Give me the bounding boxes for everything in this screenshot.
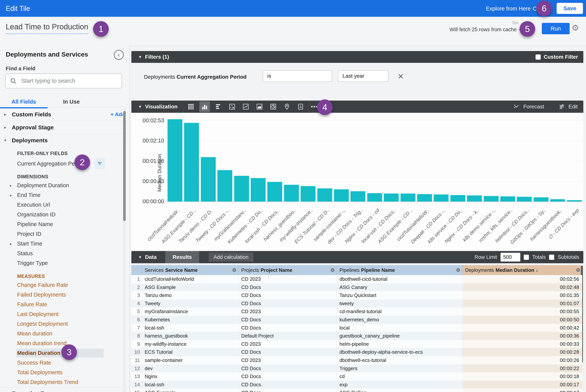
table-row[interactable]: 3Tanzu demoCD DocsTanzu Quickstart00:01:…: [131, 291, 582, 300]
chart-bar[interactable]: [550, 199, 565, 202]
filter-value-input[interactable]: Last year: [338, 70, 388, 82]
viz-type-scatter-icon[interactable]: [227, 101, 237, 112]
sidebar-group-approval-stage[interactable]: ▸Approval Stage: [0, 121, 129, 134]
chart-bar[interactable]: [201, 157, 216, 202]
results-tab[interactable]: Results: [165, 251, 199, 263]
remove-filter-icon[interactable]: ✕: [398, 72, 404, 81]
column-header-service-name[interactable]: ServicesService Name⚙: [142, 265, 238, 275]
tab-in-use[interactable]: In Use: [47, 96, 95, 107]
chart-bar[interactable]: [567, 200, 582, 202]
data-collapse-caret-icon[interactable]: ▼: [138, 255, 142, 260]
table-row[interactable]: 13NginxCD Docscd00:00:18: [131, 372, 582, 380]
chart-bar[interactable]: [417, 194, 432, 202]
group-caret-icon[interactable]: ▾: [4, 138, 8, 143]
filter-by-field-button[interactable]: [94, 158, 105, 169]
chart-bar[interactable]: [184, 123, 199, 202]
dimension-item-project-id[interactable]: Project ID: [0, 229, 129, 239]
dimension-item-start-time[interactable]: ▸Start Time: [0, 239, 129, 248]
viz-type-line-icon[interactable]: [240, 101, 251, 112]
table-row[interactable]: 6KubernetesCD Docskubernetes_demo00:00:5…: [131, 316, 582, 324]
sidebar-next-group-clipped[interactable]: Execution Tags: [0, 388, 129, 392]
table-row[interactable]: 14local-sshCD Docsexp00:00:17: [131, 380, 582, 389]
table-row[interactable]: 12devCD DocsTriggers00:00:22: [131, 364, 582, 372]
chart-bar[interactable]: [217, 170, 232, 202]
expand-caret-icon[interactable]: ▸: [10, 242, 12, 246]
chart-bar[interactable]: [434, 194, 449, 202]
sidebar-scrollbar[interactable]: [123, 108, 126, 392]
filters-collapse-caret-icon[interactable]: ▼: [138, 55, 142, 59]
dimension-item-end-time[interactable]: ▸End Time: [0, 190, 129, 200]
column-gear-icon[interactable]: ⚙: [232, 267, 236, 273]
measure-item-total-deployments-trend[interactable]: Total Deployments Trend: [0, 377, 129, 387]
measure-item-total-deployments[interactable]: Total Deployments: [0, 368, 129, 377]
expand-caret-icon[interactable]: ▸: [10, 183, 12, 188]
chart-bar[interactable]: [351, 191, 365, 202]
settings-gear-icon[interactable]: ⚙: [572, 23, 579, 32]
tile-title-input[interactable]: Lead Time to Production: [6, 22, 88, 34]
table-row[interactable]: 5myGrafanaInstanceCD 2023cd-manifest-tut…: [131, 308, 582, 316]
table-row[interactable]: 7local-sshCD Docslocal00:00:42: [131, 324, 582, 332]
chart-bar[interactable]: [267, 182, 282, 202]
table-row[interactable]: 2ASG ExampleCD DocsASG Canary00:02:48: [131, 283, 582, 292]
chart-bar[interactable]: [234, 176, 249, 202]
chart-bar[interactable]: [167, 119, 182, 202]
measure-item-longest-deployment[interactable]: Longest Deployment: [0, 319, 129, 329]
filter-operator-select[interactable]: is: [263, 70, 332, 82]
group-caret-icon[interactable]: ▸: [4, 125, 8, 130]
data-section-bar[interactable]: ▼ Data Results Add calculation Row Limit…: [131, 251, 583, 263]
table-row[interactable]: 9my-wildfly-instanceCD 2023helm-pipeline…: [131, 340, 582, 348]
chart-bar[interactable]: [384, 194, 399, 202]
edit-viz-button[interactable]: Edit: [569, 104, 578, 110]
explore-from-here-link[interactable]: Explore from Here: [486, 6, 531, 12]
column-gear-icon[interactable]: ⚙: [330, 267, 335, 273]
collapse-sidebar-icon[interactable]: ‹: [114, 50, 124, 60]
viz-type-pie-icon[interactable]: [268, 101, 279, 112]
sidebar-group-deployments[interactable]: ▾Deployments2: [0, 134, 129, 147]
field-search-box[interactable]: [5, 74, 122, 88]
chart-bar[interactable]: [284, 185, 299, 202]
viz-type-single-value-icon[interactable]: 6: [295, 101, 306, 112]
totals-checkbox[interactable]: [524, 255, 529, 260]
group-caret-icon[interactable]: ▸: [4, 112, 8, 117]
chart-bar[interactable]: [367, 193, 382, 202]
column-gear-icon[interactable]: ⚙: [576, 267, 580, 273]
field-search-input[interactable]: [21, 75, 117, 86]
sidebar-group-custom-fields[interactable]: ▸Custom Fields+ Add: [0, 108, 129, 121]
chart-bar[interactable]: [334, 189, 349, 202]
chart-bar[interactable]: [484, 196, 499, 202]
chart-bar[interactable]: [451, 195, 465, 202]
measure-item-mean-duration[interactable]: Mean duration: [0, 329, 129, 338]
tab-all-fields[interactable]: All Fields: [0, 96, 47, 108]
table-row[interactable]: 15ASG ExampleCD DocsASG Rolling00:00:17: [131, 388, 582, 392]
measure-item-last-deployment[interactable]: Last Deployment: [0, 309, 129, 319]
add-calculation-button[interactable]: Add calculation: [209, 252, 253, 262]
bar-chart[interactable]: Median Duration 00:00:0000:00:4300:01:26…: [131, 113, 583, 250]
column-header-project-name[interactable]: ProjectsProject Name⚙: [238, 265, 337, 275]
table-row[interactable]: 8harness_guestbookDefault Projectguestbo…: [131, 332, 582, 340]
expand-caret-icon[interactable]: ▸: [10, 193, 12, 198]
visualization-section-bar[interactable]: ▼ Visualization 6••• Forecast Edit: [131, 100, 583, 113]
chart-bar[interactable]: [534, 197, 549, 202]
measure-item-failure-rate[interactable]: Failure Rate: [0, 300, 129, 309]
dimension-item-organization-id[interactable]: Organization ID: [0, 210, 129, 220]
run-button[interactable]: Run: [542, 23, 570, 34]
dimension-item-execution-url[interactable]: Execution Url: [0, 200, 129, 210]
custom-filter-checkbox[interactable]: [536, 54, 541, 60]
subtotals-checkbox[interactable]: [549, 255, 554, 260]
chart-bar[interactable]: [301, 186, 315, 202]
table-row[interactable]: 1cicdTutorialHelloWorldCD 2023dbothwell-…: [131, 275, 582, 283]
viz-type-bar-icon[interactable]: [199, 101, 210, 112]
measure-item-change-failure-rate[interactable]: Change Failure Rate: [0, 280, 129, 290]
dimension-item-status[interactable]: Status: [0, 248, 129, 258]
sidebar-scrollbar-thumb[interactable]: [123, 111, 126, 221]
chart-bar[interactable]: [401, 194, 415, 202]
save-button[interactable]: Save: [557, 3, 583, 14]
column-header-pipeline-name[interactable]: PipelinesPipeline Name⚙: [337, 265, 462, 275]
dimension-item-deployment-duration[interactable]: ▸Deployment Duration: [0, 180, 129, 190]
chart-bar[interactable]: [467, 196, 482, 202]
table-row[interactable]: 11sample-containerCD 2023dbothwell-ecs-t…: [131, 356, 582, 364]
visualization-collapse-caret-icon[interactable]: ▼: [138, 104, 142, 109]
row-limit-input[interactable]: [501, 253, 520, 262]
filters-section-bar[interactable]: ▼ Filters (1) Custom Filter: [131, 51, 583, 63]
field-item-current-aggregation-period[interactable]: Current Aggregation Period: [0, 157, 129, 170]
